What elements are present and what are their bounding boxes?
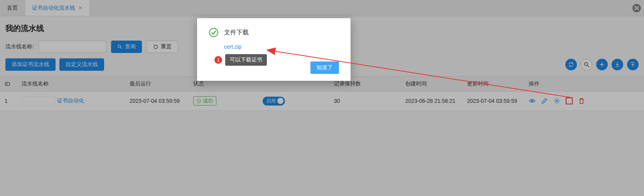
modal-head: 文件下载 (209, 27, 339, 37)
modal-title: 文件下载 (224, 29, 249, 37)
download-modal: 文件下载 cert.zip 知道了 (197, 18, 351, 81)
callout-text: 可以下载证书 (225, 54, 267, 66)
callout-number: 1 (214, 56, 222, 64)
download-link[interactable]: cert.zip (224, 44, 339, 50)
ok-label: 知道了 (317, 64, 333, 70)
success-icon (209, 27, 219, 37)
svg-point-5 (209, 28, 218, 37)
annotation-callout: 1 可以下载证书 (214, 54, 267, 66)
ok-button[interactable]: 知道了 (310, 61, 339, 74)
